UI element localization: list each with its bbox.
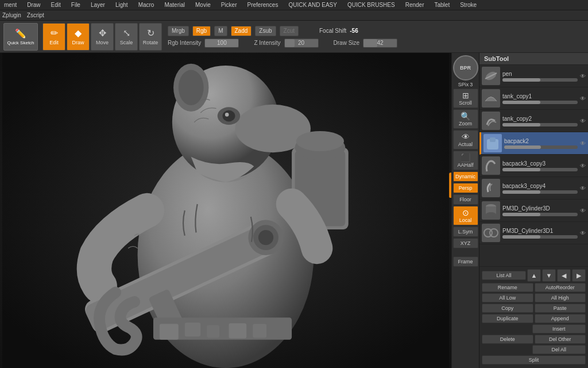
- subtool-header: SubTool: [479, 53, 588, 65]
- sculpt-figure: [0, 53, 451, 368]
- svg-rect-24: [229, 323, 246, 338]
- arrow-left-button[interactable]: ◀: [557, 269, 571, 282]
- aahalf-button[interactable]: ⬛ AAHalf: [453, 151, 478, 170]
- arrow-down-button[interactable]: ▼: [542, 269, 556, 282]
- menu-stroke[interactable]: Stroke: [458, 2, 478, 8]
- rgb-intensity-slider[interactable]: 100: [204, 39, 239, 48]
- svg-rect-21: [160, 324, 179, 339]
- draw-size-slider[interactable]: 42: [363, 39, 397, 48]
- eye-tank2[interactable]: 👁: [580, 118, 586, 124]
- subtool-cylinder3d-slider: [502, 213, 578, 216]
- menu-light[interactable]: Light: [114, 2, 130, 8]
- subtool-bacpack3-copy3-name: bacpack3_copy3: [502, 160, 578, 167]
- duplicate-append-row: Duplicate Append: [482, 314, 586, 323]
- menu-movie[interactable]: Movie: [194, 2, 212, 8]
- local-button[interactable]: ⊙ Local: [453, 206, 478, 225]
- zplugin-btn[interactable]: Zplugin: [2, 12, 21, 18]
- menu-file[interactable]: File: [69, 2, 82, 8]
- eye-pen[interactable]: 👁: [580, 73, 586, 79]
- draw-button[interactable]: ◆ Draw: [67, 23, 90, 51]
- zsub-button[interactable]: Zsub: [255, 26, 276, 36]
- menu-quick-brushes[interactable]: QUICK BRUSHES: [346, 2, 397, 8]
- subtool-pen-thumb: [482, 67, 500, 85]
- lsym-button[interactable]: L.Sym: [453, 227, 478, 237]
- bpr-button[interactable]: BPR: [453, 55, 478, 80]
- bpr-label: BPR: [460, 65, 471, 71]
- dynamic-button[interactable]: Dynamic: [453, 171, 478, 182]
- edit-button[interactable]: ✏ Edit: [42, 23, 65, 51]
- subtool-bacpack2[interactable]: bacpack2 👁: [479, 132, 588, 155]
- menu-ment[interactable]: ment: [2, 2, 18, 8]
- del-all-button[interactable]: Del All: [532, 345, 586, 354]
- subtool-cylinder3d1[interactable]: PM3D_Cylinder3D1 👁: [479, 222, 588, 244]
- spix-value: 3: [470, 82, 473, 87]
- copy-button[interactable]: Copy: [482, 304, 533, 313]
- subtool-bacpack3-copy4[interactable]: bacpack3_copy4 👁: [479, 177, 588, 200]
- all-high-button[interactable]: All High: [535, 293, 586, 302]
- mrgb-button[interactable]: Mrgb: [168, 26, 189, 36]
- eye-bacpack3c3[interactable]: 👁: [580, 163, 586, 169]
- eye-bacpack3c4[interactable]: 👁: [580, 185, 586, 191]
- delete-button[interactable]: Delete: [482, 335, 533, 344]
- frame-button[interactable]: Frame: [453, 256, 478, 267]
- move-button[interactable]: ✥ Move: [91, 23, 114, 51]
- auto-reorder-button[interactable]: AutoReorder: [535, 283, 586, 292]
- focal-shift-label: Focal Shift: [319, 28, 346, 34]
- zoom-button[interactable]: 🔍 Zoom: [453, 109, 478, 129]
- append-button[interactable]: Append: [535, 314, 586, 323]
- menu-draw[interactable]: Draw: [25, 2, 42, 8]
- eye-tank1[interactable]: 👁: [580, 95, 586, 102]
- quick-sketch-button[interactable]: ✏️ Quick Sketch: [3, 23, 38, 51]
- zcut-button[interactable]: Zcut: [280, 26, 299, 36]
- arrow-up-button[interactable]: ▲: [527, 269, 541, 282]
- subtool-pen[interactable]: pen 👁: [479, 65, 588, 87]
- menu-layer[interactable]: Layer: [89, 2, 107, 8]
- xyz-button[interactable]: XYZ: [453, 238, 478, 248]
- rgb-button[interactable]: Rgb: [192, 26, 211, 36]
- paste-button[interactable]: Paste: [535, 304, 586, 313]
- menu-edit[interactable]: Edit: [49, 2, 63, 8]
- list-all-button[interactable]: List All: [482, 271, 526, 280]
- menu-macro[interactable]: Macro: [137, 2, 156, 8]
- menu-picker[interactable]: Picker: [219, 2, 239, 8]
- zadd-button[interactable]: Zadd: [231, 26, 252, 36]
- subtool-tank-copy1[interactable]: tank_copy1 👁: [479, 87, 588, 110]
- rename-button[interactable]: Rename: [482, 283, 533, 292]
- subtool-tank-copy2[interactable]: tank_copy2 👁: [479, 110, 588, 132]
- menu-preferences[interactable]: Preferences: [246, 2, 280, 8]
- subtool-tank-copy2-slider: [502, 123, 578, 126]
- menu-render[interactable]: Render: [404, 2, 426, 8]
- actual-icon: 👁: [462, 132, 470, 141]
- subtool-bacpack3-copy3[interactable]: bacpack3_copy3 👁: [479, 155, 588, 177]
- menu-material[interactable]: Material: [163, 2, 187, 8]
- split-button[interactable]: Split: [482, 355, 586, 365]
- duplicate-button[interactable]: Duplicate: [482, 314, 533, 323]
- menu-tablet[interactable]: Tablet: [433, 2, 452, 8]
- eye-bacpack2[interactable]: 👁: [580, 140, 586, 147]
- subtool-cylinder3d[interactable]: PM3D_Cylinder3D 👁: [479, 200, 588, 222]
- all-low-button[interactable]: All Low: [482, 293, 533, 302]
- zscript-btn[interactable]: Zscript: [27, 12, 44, 18]
- eye-cyl3d1[interactable]: 👁: [580, 230, 586, 236]
- m-button[interactable]: M: [214, 26, 227, 36]
- del-other-button[interactable]: Del Other: [535, 335, 586, 344]
- scale-button[interactable]: ⤡ Scale: [115, 23, 138, 51]
- subtool-tank-copy1-thumb: [482, 89, 500, 108]
- actual-button[interactable]: 👁 Actual: [453, 130, 478, 150]
- copy-paste-row: Copy Paste: [482, 304, 586, 313]
- floor-button[interactable]: Floor: [453, 194, 478, 205]
- rotate-button[interactable]: ↻ Rotate: [139, 23, 162, 51]
- svg-point-6: [179, 70, 204, 105]
- menu-quick-easy[interactable]: QUICK AND EASY: [287, 2, 338, 8]
- subtool-cylinder3d-name: PM3D_Cylinder3D: [502, 205, 578, 212]
- eye-cyl3d[interactable]: 👁: [580, 208, 586, 214]
- z-intensity-slider[interactable]: 20: [284, 39, 319, 48]
- scroll-button[interactable]: ⊞ Scroll: [453, 89, 478, 108]
- viewport[interactable]: [0, 53, 451, 368]
- arrow-right-button[interactable]: ▶: [572, 269, 586, 282]
- rename-row: Rename AutoReorder: [482, 283, 586, 292]
- insert-button[interactable]: Insert: [532, 324, 586, 334]
- persp-button[interactable]: Persp: [453, 183, 478, 193]
- svg-rect-25: [253, 324, 266, 338]
- rgb-intensity-value: 100: [205, 40, 238, 46]
